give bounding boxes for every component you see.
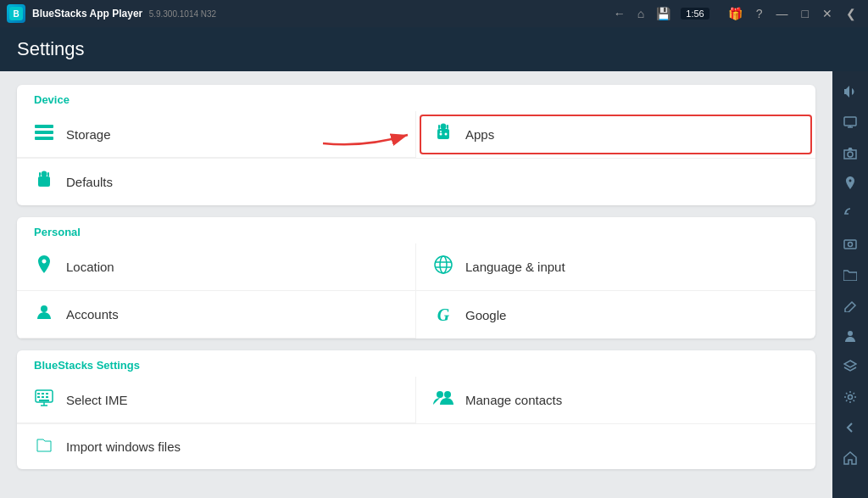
right-sidebar — [832, 71, 868, 498]
sidebar-display-icon[interactable] — [837, 109, 864, 136]
svg-rect-2 — [35, 125, 53, 128]
google-item[interactable]: G Google — [416, 291, 815, 339]
svg-rect-38 — [844, 240, 856, 249]
help-icon[interactable]: ? — [751, 5, 768, 22]
language-item[interactable]: Language & input — [416, 243, 815, 291]
google-label: Google — [465, 308, 506, 322]
sidebar-volume-icon[interactable] — [837, 78, 864, 105]
sidebar-back-icon[interactable] — [837, 414, 864, 441]
svg-rect-29 — [39, 400, 49, 401]
import-windows-label: Import windows files — [66, 439, 181, 454]
svg-rect-23 — [37, 393, 40, 394]
svg-point-39 — [849, 243, 853, 247]
svg-rect-24 — [42, 393, 44, 394]
svg-rect-6 — [438, 125, 440, 129]
accounts-icon — [34, 303, 54, 326]
save-nav-btn[interactable]: 💾 — [653, 5, 674, 22]
close-btn[interactable]: ✕ — [817, 5, 837, 22]
location-item[interactable]: Location — [17, 243, 416, 291]
manage-contacts-item[interactable]: Manage contacts — [416, 377, 815, 423]
location-label: Location — [66, 260, 114, 274]
svg-rect-7 — [447, 125, 448, 129]
app-title: BlueStacks App Player 5.9.300.1014 N32 — [32, 8, 604, 20]
defaults-label: Defaults — [66, 175, 113, 189]
titlebar: B BlueStacks App Player 5.9.300.1014 N32… — [0, 0, 868, 27]
main-layout: Device Storage — [0, 71, 868, 498]
svg-point-41 — [849, 395, 853, 400]
page-title: Settings — [17, 38, 85, 60]
app-logo: B — [7, 4, 25, 23]
svg-rect-26 — [37, 396, 40, 398]
titlebar-nav: ← ⌂ 💾 — [610, 5, 674, 22]
select-ime-icon — [34, 389, 54, 411]
gift-icon[interactable]: 🎁 — [723, 5, 748, 22]
minimize-btn[interactable]: — — [771, 5, 793, 22]
language-label: Language & input — [465, 260, 565, 274]
time-display: 1:56 — [681, 8, 709, 20]
accounts-item[interactable]: Accounts — [17, 291, 416, 339]
sidebar-user-icon[interactable] — [837, 322, 864, 350]
annotation-arrow — [314, 118, 416, 152]
svg-rect-8 — [437, 129, 449, 139]
window-controls: 🎁 ? — □ ✕ ❮ — [723, 5, 861, 22]
defaults-item[interactable]: Defaults — [17, 159, 815, 205]
svg-point-5 — [441, 124, 447, 130]
apps-icon — [433, 123, 453, 146]
personal-section: Personal Location — [17, 217, 815, 339]
svg-point-17 — [435, 256, 452, 273]
device-section-header: Device — [17, 85, 815, 111]
defaults-icon — [34, 171, 54, 193]
bluestacks-section-header: BlueStacks Settings — [17, 350, 815, 377]
svg-point-10 — [445, 133, 448, 136]
settings-content: Device Storage — [0, 71, 832, 498]
apps-item[interactable]: Apps — [416, 111, 815, 158]
sidebar-screenshot-icon[interactable] — [837, 231, 864, 258]
bluestacks-grid: Select IME Manage contacts — [17, 377, 815, 423]
sidebar-camera-icon[interactable] — [837, 139, 864, 166]
maximize-btn[interactable]: □ — [797, 5, 814, 22]
back-nav-btn[interactable]: ← — [610, 5, 629, 22]
settings-header: Settings — [0, 27, 868, 71]
svg-rect-15 — [47, 172, 49, 176]
sidebar-folder-icon[interactable] — [837, 261, 864, 288]
svg-rect-34 — [844, 117, 856, 126]
svg-point-32 — [437, 391, 443, 398]
import-windows-icon — [34, 436, 54, 457]
bluestacks-section: BlueStacks Settings — [17, 350, 815, 469]
storage-icon — [34, 125, 54, 144]
sidebar-location-icon[interactable] — [837, 170, 864, 197]
device-grid: Storage — [17, 111, 815, 158]
svg-rect-3 — [35, 131, 53, 134]
home-nav-btn[interactable]: ⌂ — [634, 5, 648, 22]
svg-point-21 — [41, 305, 47, 312]
sidebar-edit-icon[interactable] — [837, 292, 864, 319]
personal-section-header: Personal — [17, 217, 815, 243]
language-icon — [433, 255, 453, 278]
google-icon: G — [433, 305, 453, 325]
svg-rect-27 — [42, 396, 44, 398]
import-windows-item[interactable]: Import windows files — [17, 424, 815, 469]
svg-point-18 — [440, 256, 447, 273]
svg-rect-28 — [46, 396, 48, 398]
sidebar-layers-icon[interactable] — [837, 353, 864, 380]
svg-rect-14 — [39, 172, 41, 176]
svg-point-13 — [42, 171, 47, 177]
apps-label: Apps — [465, 127, 494, 142]
device-section: Device Storage — [17, 85, 815, 205]
svg-rect-16 — [38, 176, 50, 187]
select-ime-label: Select IME — [66, 393, 128, 407]
svg-text:B: B — [13, 9, 19, 19]
sidebar-home-icon[interactable] — [837, 445, 864, 472]
personal-grid: Location Language & input — [17, 243, 815, 339]
select-ime-item[interactable]: Select IME — [17, 377, 416, 423]
back-arrow-btn[interactable]: ❮ — [841, 5, 861, 22]
storage-label: Storage — [66, 127, 111, 142]
accounts-label: Accounts — [66, 307, 119, 322]
svg-rect-25 — [46, 393, 48, 394]
sidebar-rotation-icon[interactable] — [837, 200, 864, 227]
manage-contacts-label: Manage contacts — [465, 393, 562, 407]
manage-contacts-icon — [433, 389, 453, 411]
svg-point-9 — [440, 133, 442, 136]
sidebar-settings-icon[interactable] — [837, 383, 864, 411]
svg-point-33 — [444, 391, 451, 398]
